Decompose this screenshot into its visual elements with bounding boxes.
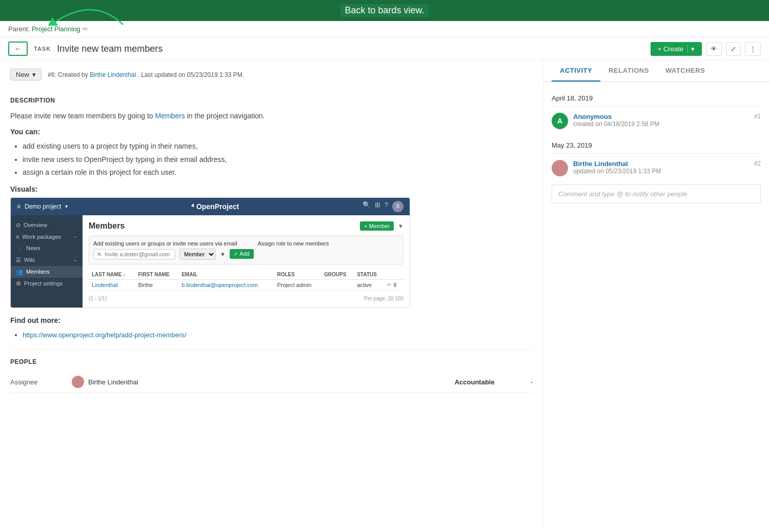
ss-user-avatar: B [392, 201, 403, 212]
find-more-section: Find out more: https://www.openproject.o… [10, 316, 533, 341]
right-panel: ACTIVITY RELATIONS WATCHERS April 18, 20… [543, 60, 769, 531]
assignee-avatar [72, 376, 84, 388]
activity-avatar-anonymous: A [552, 113, 568, 129]
comment-input[interactable]: Comment and type @ to notify other peopl… [552, 185, 761, 203]
eye-icon: 👁 [711, 45, 717, 53]
ss-invite-form: Add existing users or groups or invite n… [89, 236, 403, 264]
activity-date-1: April 18, 2019 [552, 90, 761, 107]
ss-pagination: (1 - 1/1) [89, 296, 107, 301]
people-section: PEOPLE Assignee Birthe Lindenthal Accoun… [10, 350, 533, 393]
visuals-label: Visuals: [10, 185, 533, 193]
ss-assign-label: Assign role to new members [258, 240, 329, 247]
status-dropdown-icon: ▾ [32, 71, 36, 78]
svg-point-3 [554, 170, 566, 176]
annotation-banner: Back to bards view. [0, 0, 769, 21]
assignee-value: Birthe Lindenthal Accountable - [72, 376, 533, 388]
ss-grid-icon: ⊞ [375, 201, 380, 212]
activity-info-1: Anonymous created on 04/18/2019 2:58 PM [573, 113, 749, 129]
find-more-link[interactable]: https://www.openproject.org/help/add-pro… [23, 331, 186, 339]
ss-invite-form-row: Member ▼ ✓ Add [93, 249, 399, 260]
ss-last-name: Lindenthal [92, 282, 118, 288]
tab-relations[interactable]: RELATIONS [600, 60, 657, 81]
ss-page-title: Members + Member ▼ [89, 221, 403, 231]
updated-text: . Last updated on 05/23/2019 1:33 PM. [138, 71, 245, 78]
ss-topbar-icons: 🔍 ⊞ ? B [362, 201, 403, 212]
svg-point-0 [75, 377, 80, 382]
ss-members-table: LAST NAME ↓ FIRST NAME EMAIL ROLES GROUP… [89, 270, 403, 291]
ss-roles: Project admin [274, 279, 321, 290]
edit-breadcrumb-icon[interactable]: ✏ [83, 25, 88, 33]
create-button[interactable]: + Create ▾ [651, 42, 702, 56]
list-item-1: add existing users to a project by typin… [23, 140, 533, 153]
ss-help-icon: ? [385, 201, 388, 212]
people-assignee-row: Assignee Birthe Lindenthal Accountable - [10, 372, 533, 393]
header-actions: + Create ▾ 👁 ⤢ ⋮ [651, 42, 761, 56]
ss-table-row: Lindenthal Birthe b.lindenthal@openproje… [89, 279, 403, 290]
activity-avatar-birthe [552, 160, 568, 176]
status-badge[interactable]: New ▾ [10, 69, 42, 80]
ss-per-page: Per page: 20 100 [364, 296, 403, 301]
screenshot-embed: ≡ Demo project ▾ ⁴ OpenProject 🔍 ⊞ ? B ⊙… [10, 197, 410, 308]
left-content: New ▾ #6: Created by Birthe Lindenthal .… [0, 60, 543, 531]
activity-time-2: updated on 05/23/2019 1:33 PM [573, 168, 749, 175]
back-button[interactable]: ← [8, 42, 28, 56]
screenshot-topbar: ≡ Demo project ▾ ⁴ OpenProject 🔍 ⊞ ? B [11, 198, 410, 215]
assignee-label: Assignee [10, 378, 72, 386]
accountable-label: Accountable [455, 378, 527, 386]
activity-name-2: Birthe Lindenthal [573, 160, 749, 168]
ss-menu-icon: ≡ [17, 203, 21, 210]
ss-logo: ⁴ OpenProject [191, 202, 239, 211]
ss-nav-work-packages: ≡Work packages→ [11, 231, 83, 242]
annotation-text: Back to bards view. [340, 4, 428, 17]
ss-nav-news: ◾News [11, 242, 83, 254]
ss-nav-project-settings: ⚙Project settings [11, 278, 83, 290]
tab-watchers[interactable]: WATCHERS [657, 60, 713, 81]
status-bar: New ▾ #6: Created by Birthe Lindenthal .… [10, 69, 533, 87]
author-link[interactable]: Birthe Lindenthal [90, 71, 136, 78]
description-list: add existing users to a project by typin… [10, 140, 533, 179]
ss-col-email: EMAIL [178, 270, 274, 280]
accountable-value: - [531, 378, 533, 386]
ss-invite-label: Add existing users or groups or invite n… [93, 240, 237, 247]
activity-time-1: created on 04/18/2019 2:58 PM [573, 120, 749, 128]
ss-col-actions [384, 270, 403, 280]
members-link[interactable]: Members [155, 112, 185, 120]
list-item-3: assign a certain role in this project fo… [23, 166, 533, 179]
more-icon: ⋮ [750, 45, 756, 53]
ss-col-status: STATUS [354, 270, 384, 280]
ss-invite-input [93, 249, 175, 259]
main-layout: New ▾ #6: Created by Birthe Lindenthal .… [0, 60, 769, 531]
meta-text: #6: Created by [48, 71, 88, 78]
panel-tabs: ACTIVITY RELATIONS WATCHERS [543, 60, 769, 82]
description-section: DESCRIPTION Please invite new team membe… [10, 97, 533, 193]
activity-date-2: May 23, 2019 [552, 137, 761, 154]
tab-activity[interactable]: ACTIVITY [552, 60, 600, 81]
svg-point-2 [556, 161, 563, 169]
svg-point-1 [74, 383, 82, 388]
expand-button[interactable]: ⤢ [726, 42, 741, 56]
screenshot-body: ⊙Overview ≡Work packages→ ◾News ☰Wiki→ 👥… [11, 215, 410, 308]
ss-project-title: Demo project [25, 203, 61, 210]
list-item-2: invite new users to OpenProject by typin… [23, 153, 533, 166]
ss-role-select: Member [179, 249, 216, 260]
description-intro: Please invite new team members by going … [10, 110, 533, 121]
ss-col-groups: GROUPS [321, 270, 354, 280]
ss-nav-wiki: ☰Wiki→ [11, 254, 83, 266]
ss-add-member-btn: + Member [360, 221, 394, 231]
ss-col-lastname: LAST NAME ↓ [89, 270, 135, 280]
create-dropdown-arrow[interactable]: ▾ [687, 45, 695, 53]
ss-main-content: Members + Member ▼ Add existing users or… [83, 215, 410, 308]
assignee-name: Birthe Lindenthal [88, 378, 138, 386]
task-type-badge: TASK [34, 46, 51, 52]
ss-search-icon: 🔍 [362, 201, 371, 212]
ss-first-name: Birthe [135, 279, 179, 290]
activity-item-2: Birthe Lindenthal updated on 05/23/2019 … [552, 160, 761, 176]
eye-button[interactable]: 👁 [706, 42, 722, 56]
ss-col-firstname: FIRST NAME [135, 270, 179, 280]
people-title: PEOPLE [10, 358, 533, 365]
ss-col-roles: ROLES [274, 270, 321, 280]
more-button[interactable]: ⋮ [745, 42, 761, 56]
breadcrumb-project-link[interactable]: Project Planning [32, 25, 80, 33]
ss-sidebar: ⊙Overview ≡Work packages→ ◾News ☰Wiki→ 👥… [11, 215, 83, 308]
ss-status: active [354, 279, 384, 290]
